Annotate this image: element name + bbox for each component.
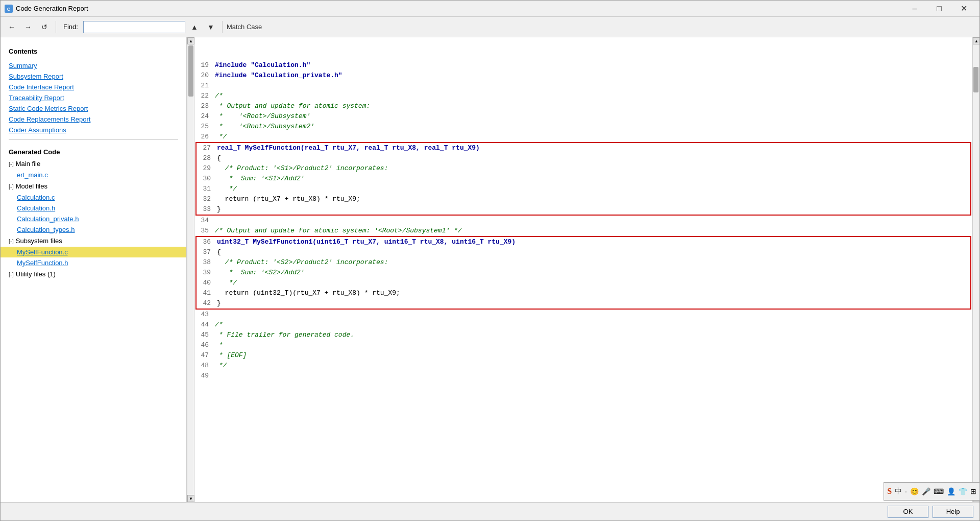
line-number-23: 23	[194, 101, 213, 111]
sidebar-item-code-replacements[interactable]: Code Replacements Report	[1, 114, 186, 125]
sidebar-scrollbar[interactable]: ▲ ▼	[187, 37, 194, 502]
file-calculation-c[interactable]: Calculation.c	[1, 192, 186, 203]
ime-chinese-icon[interactable]: 中	[895, 487, 902, 496]
ime-grid-icon[interactable]: ⊞	[970, 487, 976, 495]
code-line-28: 28{	[197, 153, 970, 163]
sidebar-item-code-interface[interactable]: Code Interface Report	[1, 82, 186, 92]
sidebar-scroll-down[interactable]: ▼	[187, 495, 194, 502]
sidebar-item-summary[interactable]: Summary	[1, 60, 186, 71]
back-button[interactable]: ←	[5, 20, 19, 34]
subsystem-files-label: Subsystem files	[16, 237, 62, 245]
line-number-24: 24	[194, 111, 213, 122]
highlight-box: 36uint32_T MySelfFunction1(uint16_T rtu_…	[195, 236, 971, 310]
ime-user-icon[interactable]: 👤	[947, 487, 955, 495]
code-scroll-thumb[interactable]	[973, 67, 978, 92]
line-content-31: */	[215, 184, 970, 194]
line-content-30: * Sum: '<S1>/Add2'	[215, 174, 970, 184]
main-file-toggle[interactable]: [-]	[9, 161, 14, 167]
line-number-40: 40	[197, 278, 215, 288]
ime-mic-icon[interactable]: 🎤	[922, 487, 930, 495]
file-ert-main-c[interactable]: ert_main.c	[1, 170, 186, 180]
line-number-20: 20	[194, 70, 213, 81]
line-content-42: }	[215, 298, 970, 309]
code-line-35: 35/* Output and update for atomic system…	[194, 226, 972, 236]
code-line-24: 24 * '<Root>/Subsystem'	[194, 111, 972, 122]
close-button[interactable]: ✕	[952, 1, 975, 17]
file-myselffunc-h[interactable]: MySelfFunction.h	[1, 257, 186, 268]
line-number-26: 26	[194, 132, 213, 142]
refresh-button[interactable]: ↺	[37, 20, 52, 34]
line-number-19: 19	[194, 60, 213, 70]
line-number-29: 29	[197, 163, 215, 174]
line-content-29: /* Product: '<S1>/Product2' incorporates…	[215, 163, 970, 174]
sidebar: Contents Summary Subsystem Report Code I…	[1, 37, 187, 502]
ime-keyboard-icon[interactable]: ⌨	[934, 487, 944, 495]
code-vscrollbar[interactable]: ▲ ▼	[972, 37, 979, 502]
find-input[interactable]	[83, 21, 185, 33]
toolbar: ← → ↺ Find: ▲ ▼ Match Case	[1, 17, 979, 37]
ime-emoji-icon[interactable]: 😊	[910, 487, 919, 495]
sidebar-item-static-metrics[interactable]: Static Code Metrics Report	[1, 103, 186, 114]
file-calculation-private-h[interactable]: Calculation_private.h	[1, 214, 186, 224]
utility-files-toggle[interactable]: [-]	[9, 271, 14, 277]
app-icon: C	[5, 5, 13, 13]
find-up-button[interactable]: ▲	[187, 20, 202, 34]
main-file-group: [-] Main file	[1, 158, 186, 170]
code-line-32: 32 return (rtu_X7 + rtu_X8) * rtu_X9;	[197, 194, 970, 204]
line-number-44: 44	[194, 320, 213, 330]
toolbar-separator-2	[222, 21, 223, 33]
sidebar-scroll-thumb[interactable]	[188, 45, 193, 97]
minimize-button[interactable]: –	[903, 1, 926, 17]
match-case-label: Match Case	[227, 23, 262, 31]
line-number-21: 21	[194, 81, 213, 91]
code-line-42: 42}	[197, 298, 970, 309]
ime-toolbar: S 中 · 😊 🎤 ⌨ 👤 👕 ⊞	[884, 482, 980, 501]
ime-s-icon[interactable]: S	[887, 487, 892, 496]
line-number-36: 36	[197, 237, 215, 247]
sidebar-item-subsystem-report[interactable]: Subsystem Report	[1, 71, 186, 82]
sidebar-item-traceability[interactable]: Traceability Report	[1, 92, 186, 103]
line-content-25: * '<Root>/Subsystem2'	[213, 122, 972, 132]
forward-button[interactable]: →	[21, 20, 35, 34]
file-myselffunc-c[interactable]: MySelfFunction.c	[1, 247, 186, 257]
code-scroll[interactable]: 19#include "Calculation.h"20#include "Ca…	[194, 37, 972, 502]
code-line-23: 23 * Output and update for atomic system…	[194, 101, 972, 111]
ime-dot-icon[interactable]: ·	[905, 487, 907, 495]
line-content-48: */	[213, 361, 972, 371]
line-content-46: *	[213, 340, 972, 350]
utility-files-group: [-] Utility files (1)	[1, 268, 186, 280]
code-line-20: 20#include "Calculation_private.h"	[194, 70, 972, 81]
subsystem-files-toggle[interactable]: [-]	[9, 238, 14, 244]
main-file-label: Main file	[16, 160, 40, 168]
code-scroll-up[interactable]: ▲	[973, 37, 979, 44]
highlight-box: 27real_T MySelfFunction(real_T rtu_X7, r…	[195, 142, 971, 216]
line-content-33: }	[215, 204, 970, 215]
model-files-group: [-] Model files	[1, 180, 186, 192]
line-content-32: return (rtu_X7 + rtu_X8) * rtu_X9;	[215, 194, 970, 204]
model-files-toggle[interactable]: [-]	[9, 183, 14, 190]
sidebar-item-coder-assumptions[interactable]: Coder Assumptions	[1, 125, 186, 135]
ok-button[interactable]: OK	[888, 506, 928, 518]
code-line-34: 34	[194, 216, 972, 226]
line-content-26: */	[213, 132, 972, 142]
sidebar-scroll-up[interactable]: ▲	[187, 37, 194, 44]
code-line-46: 46 *	[194, 340, 972, 350]
find-down-button[interactable]: ▼	[204, 20, 218, 34]
code-line-26: 26 */	[194, 132, 972, 142]
line-content-35: /* Output and update for atomic system: …	[213, 226, 972, 236]
line-number-41: 41	[197, 288, 215, 298]
line-content-19: #include "Calculation.h"	[213, 60, 972, 70]
file-calculation-h[interactable]: Calculation.h	[1, 203, 186, 214]
maximize-button[interactable]: □	[927, 1, 951, 17]
line-number-22: 22	[194, 91, 213, 101]
line-number-35: 35	[194, 226, 213, 236]
help-button[interactable]: Help	[933, 506, 973, 518]
line-content-41: return (uint32_T)(rtu_X7 + rtu_X8) * rtu…	[215, 288, 970, 298]
sidebar-scroll-track	[187, 44, 194, 495]
file-calculation-types-h[interactable]: Calculation_types.h	[1, 224, 186, 235]
subsystem-files-group: [-] Subsystem files	[1, 235, 186, 247]
line-content-36: uint32_T MySelfFunction1(uint16_T rtu_X7…	[215, 237, 970, 247]
line-number-49: 49	[194, 371, 213, 381]
sidebar-divider	[9, 139, 178, 140]
ime-shirt-icon[interactable]: 👕	[959, 487, 967, 495]
